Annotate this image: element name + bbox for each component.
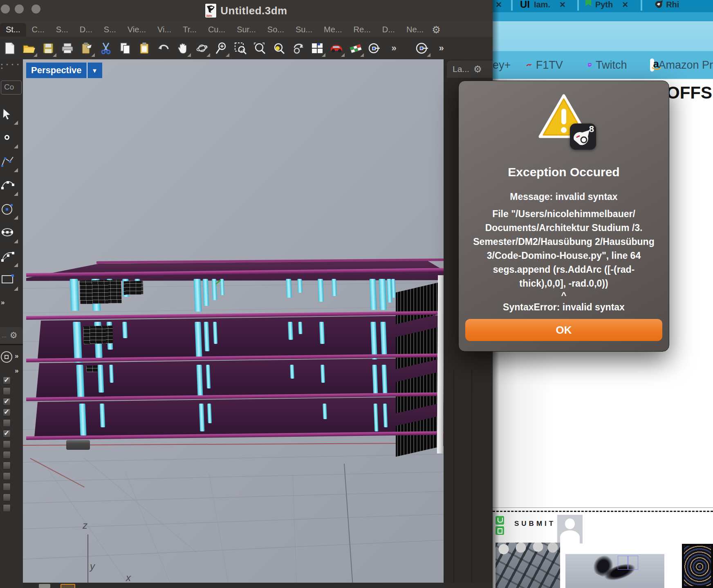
tab-close-icon[interactable]: ✕ xyxy=(559,0,566,9)
osnap-checkbox[interactable] xyxy=(3,451,11,459)
gear-icon[interactable]: ⚙ xyxy=(10,330,18,340)
osnap-checkbox[interactable] xyxy=(3,472,11,480)
zoom-dynamic-icon[interactable] xyxy=(211,38,231,58)
menu-item[interactable]: C... xyxy=(26,23,50,37)
toolbar-more-chevrons[interactable]: » xyxy=(384,38,404,58)
viewport-tab-label[interactable]: Perspective xyxy=(26,63,87,78)
bookmark-twitch[interactable]: Twitch xyxy=(596,59,627,72)
osnap-panel-header[interactable]: ... ⚙ xyxy=(0,327,23,343)
menu-item[interactable]: D... xyxy=(74,23,98,37)
submit-button[interactable]: SUBMIT xyxy=(514,520,556,528)
sidebar-more-chevrons[interactable]: » xyxy=(1,298,4,307)
zoom-selected-icon[interactable] xyxy=(269,38,288,58)
gallery-thumbnail-structure[interactable] xyxy=(496,543,560,588)
arc-tool[interactable] xyxy=(1,250,19,268)
tab1-logo[interactable]: UI xyxy=(520,0,530,10)
ok-button[interactable]: OK xyxy=(465,319,662,341)
zoom-extents-icon[interactable] xyxy=(250,38,269,58)
menu-item[interactable]: St... xyxy=(0,23,26,37)
cplane-target-icon[interactable] xyxy=(365,38,384,58)
viewport-tab-dropdown[interactable]: ▼ xyxy=(87,63,102,78)
bookmark-disneyplus[interactable]: ey+ xyxy=(493,59,511,72)
osnap-checkbox[interactable] xyxy=(3,419,11,427)
bookmark-f1tv[interactable]: F1TV xyxy=(536,59,563,72)
print-icon[interactable] xyxy=(58,38,77,58)
circle-tool[interactable] xyxy=(1,202,19,220)
menu-item[interactable]: S... xyxy=(50,23,74,37)
tab2-label[interactable]: Pyth xyxy=(595,0,613,9)
undo-view-icon[interactable] xyxy=(288,38,307,58)
osnap-checkbox[interactable] xyxy=(3,504,11,512)
menu-item[interactable]: S... xyxy=(98,23,122,37)
osnap-chevrons[interactable]: » xyxy=(15,352,18,360)
osnap-disable-icon[interactable] xyxy=(413,38,432,58)
panel-drag-handle[interactable]: ● ● ● ● ● xyxy=(1,63,23,70)
menu-item[interactable]: Vie... xyxy=(122,23,152,37)
osnap-chevrons-2[interactable]: » xyxy=(15,367,18,375)
point-tool[interactable] xyxy=(1,131,19,149)
interpolate-curve-tool[interactable] xyxy=(1,179,19,197)
pan-hand-icon[interactable] xyxy=(173,38,192,58)
menu-item[interactable]: Me... xyxy=(318,23,348,37)
paste-icon[interactable] xyxy=(135,38,154,58)
copy-icon[interactable] xyxy=(115,38,135,58)
gear-icon[interactable]: ⚙ xyxy=(473,64,482,75)
ground-plane-icon[interactable] xyxy=(346,38,365,58)
control-point-curve-tool[interactable] xyxy=(1,155,19,173)
cut-icon[interactable] xyxy=(96,38,115,58)
command-prompt-fragment[interactable]: Co xyxy=(1,81,22,94)
paste-special-icon[interactable] xyxy=(77,38,96,58)
twitch-logo-icon[interactable] xyxy=(587,58,592,72)
orbit-icon[interactable] xyxy=(192,38,211,58)
menu-item[interactable]: D... xyxy=(377,23,401,37)
menu-item[interactable]: Su... xyxy=(290,23,318,37)
osnap-checkbox[interactable] xyxy=(3,440,11,448)
save-icon[interactable] xyxy=(38,38,58,58)
tab-close-icon[interactable]: ✕ xyxy=(496,0,502,9)
viewport-tab[interactable]: Perspective ▼ xyxy=(26,63,102,78)
tab3-label[interactable]: Rhi xyxy=(666,0,679,9)
car-icon[interactable] xyxy=(327,38,346,58)
osnap-checkbox[interactable]: ✓ xyxy=(3,377,11,384)
zoom-window-icon[interactable] xyxy=(231,38,250,58)
avatar[interactable] xyxy=(557,515,583,543)
gallery-thumbnail-feather[interactable] xyxy=(565,554,664,588)
gallery-thumbnail-swirl[interactable] xyxy=(682,544,713,588)
menu-item[interactable]: Cu... xyxy=(202,23,231,37)
osnap-checkbox[interactable]: ✓ xyxy=(3,408,11,416)
viewport-layout-icon[interactable] xyxy=(307,38,327,58)
osnap-checkbox[interactable]: ✓ xyxy=(3,430,11,438)
menu-item[interactable]: So... xyxy=(262,23,290,37)
undo-icon[interactable] xyxy=(154,38,173,58)
menu-item[interactable]: Sur... xyxy=(231,23,262,37)
site-logo-icon-2[interactable] xyxy=(496,526,504,535)
ellipse-tool[interactable] xyxy=(1,226,19,244)
bookmark-amazon-prime[interactable]: Amazon Pr xyxy=(658,59,713,72)
toolbar-more-chevrons-2[interactable]: » xyxy=(432,38,451,58)
menu-item[interactable]: Ne... xyxy=(401,23,429,37)
select-arrow-tool[interactable] xyxy=(1,108,19,126)
tab1-label[interactable]: Iam. xyxy=(534,0,550,9)
browser-toolbar-strip xyxy=(493,12,713,21)
osnap-checkbox[interactable]: ✓ xyxy=(3,398,11,406)
layers-panel-header[interactable]: La... ⚙ xyxy=(447,61,493,78)
open-file-icon[interactable] xyxy=(19,38,38,58)
perspective-viewport[interactable]: z y x Perspective ▼ xyxy=(23,59,444,583)
menu-item[interactable]: Vi... xyxy=(152,23,177,37)
rectangle-tool[interactable] xyxy=(1,274,19,292)
f1-logo-icon[interactable] xyxy=(526,62,532,68)
menu-item[interactable]: Tr... xyxy=(177,23,202,37)
amazon-logo-icon[interactable]: a xyxy=(650,58,655,72)
menu-item[interactable]: Re... xyxy=(348,23,377,37)
osnap-checkbox[interactable] xyxy=(3,462,11,469)
site-logo-icon[interactable] xyxy=(496,516,504,525)
osnap-checkbox[interactable] xyxy=(3,483,11,491)
tab-close-icon[interactable]: ✕ xyxy=(622,0,628,9)
osnap-checkbox[interactable] xyxy=(3,494,11,501)
gear-icon[interactable]: ⚙ xyxy=(432,23,441,37)
status-icon-gray[interactable] xyxy=(39,584,50,588)
new-document-icon[interactable] xyxy=(0,38,19,58)
status-icon-orange[interactable] xyxy=(61,584,75,588)
osnap-checkbox[interactable] xyxy=(3,387,11,395)
content-divider-dashed xyxy=(493,511,713,512)
